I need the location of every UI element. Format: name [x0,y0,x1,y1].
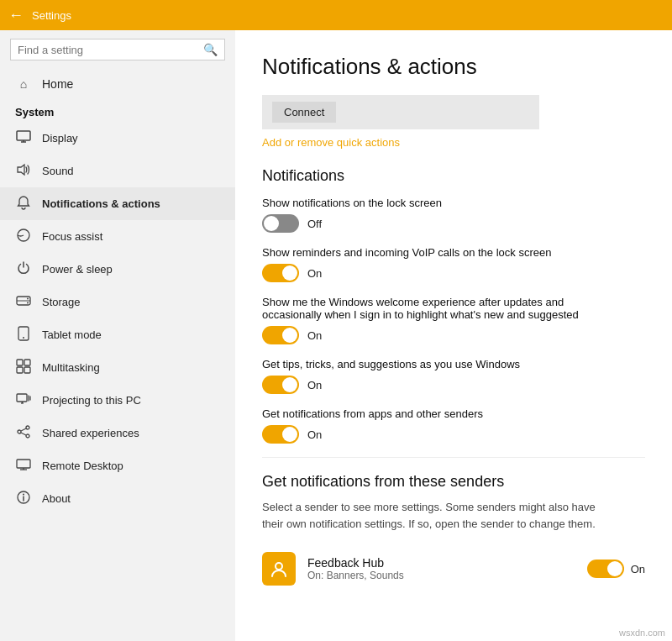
senders-description: Select a sender to see more settings. So… [262,499,615,532]
content-area: Notifications & actions Connect Add or r… [235,30,672,641]
voip-notif-state: On [307,267,322,280]
remote-label: Remote Desktop [42,460,123,472]
sidebar-item-about[interactable]: About [0,482,235,515]
lock-screen-notif-toggle[interactable] [262,214,299,233]
section-divider [262,457,645,458]
svg-rect-11 [17,360,23,365]
tips-label: Get tips, tricks, and suggestions as you… [262,358,645,370]
feedback-hub-state: On [631,563,645,575]
sidebar-item-remote[interactable]: Remote Desktop [0,449,235,482]
notifications-section-title: Notifications [262,167,645,185]
lock-screen-notif-row: Off [262,214,645,233]
svg-point-28 [23,494,24,496]
power-icon [15,260,32,278]
connect-button[interactable]: Connect [272,102,336,123]
feedback-hub-toggle[interactable] [587,560,624,578]
top-bar: ← Settings [0,0,672,30]
svg-rect-14 [24,367,30,373]
feedback-hub-icon [262,552,296,586]
home-label: Home [42,77,73,91]
tips-state: On [307,379,322,391]
storage-label: Storage [42,296,81,308]
search-input[interactable] [18,44,203,56]
welcome-exp-toggle[interactable] [262,326,299,344]
lock-screen-notif-item: Show notifications on the lock screen Of… [262,197,645,233]
sidebar-item-tablet[interactable]: Tablet mode [0,318,235,351]
about-label: About [42,492,71,505]
sidebar: 🔍 ⌂ Home System Display Sound Notifi [0,30,235,641]
power-label: Power & sleep [42,263,113,276]
projecting-icon [15,391,32,409]
apps-notif-label: Get notifications from apps and other se… [262,407,645,420]
voip-notif-item: Show reminders and incoming VoIP calls o… [262,246,645,282]
multitasking-label: Multitasking [42,361,100,374]
focus-icon [15,228,32,245]
svg-point-8 [27,302,29,304]
sidebar-item-notifications[interactable]: Notifications & actions [0,187,235,220]
apps-notif-toggle[interactable] [262,425,299,444]
about-icon [15,490,32,507]
welcome-exp-row: On [262,326,645,344]
back-button[interactable]: ← [8,7,24,24]
feedback-hub-sub: On: Banners, Sounds [307,570,575,581]
voip-notif-row: On [262,264,645,282]
top-bar-title: Settings [32,9,71,22]
voip-toggle-knob [282,265,297,281]
tips-toggle-knob [282,377,297,392]
welcome-exp-label: Show me the Windows welcome experience a… [262,296,615,321]
tips-toggle[interactable] [262,376,299,394]
projecting-label: Projecting to this PC [42,394,141,407]
sidebar-item-display[interactable]: Display [0,122,235,155]
sidebar-search-container[interactable]: 🔍 [10,39,225,60]
multitasking-icon [15,359,32,376]
lock-screen-notif-label: Show notifications on the lock screen [262,197,645,209]
welcome-exp-item: Show me the Windows welcome experience a… [262,296,645,344]
voip-notif-label: Show reminders and incoming VoIP calls o… [262,246,645,259]
display-icon [15,129,32,147]
sidebar-item-storage[interactable]: Storage [0,286,235,318]
sidebar-item-multitasking[interactable]: Multitasking [0,351,235,384]
sidebar-section-title: System [0,99,235,122]
page-title: Notifications & actions [262,54,645,80]
shared-icon [15,424,32,442]
svg-rect-0 [17,131,30,140]
svg-rect-15 [17,394,27,402]
search-icon: 🔍 [203,43,218,56]
sidebar-item-power[interactable]: Power & sleep [0,253,235,286]
sidebar-item-focus[interactable]: Focus assist [0,220,235,253]
sound-label: Sound [42,165,74,177]
notifications-label: Notifications & actions [42,197,160,210]
quick-actions-bar: Connect [262,95,539,129]
svg-rect-12 [24,360,30,365]
svg-point-20 [26,434,29,438]
feedback-hub-toggle-area: On [587,560,645,578]
welcome-toggle-knob [282,328,297,343]
sidebar-item-sound[interactable]: Sound [0,155,235,187]
storage-icon [15,293,32,311]
add-remove-link[interactable]: Add or remove quick actions [262,136,400,149]
feedback-hub-item[interactable]: Feedback Hub On: Banners, Sounds On [262,545,645,592]
feedback-hub-toggle-knob [607,561,622,576]
svg-point-18 [26,426,29,429]
tips-row: On [262,376,645,394]
remote-icon [15,457,32,475]
notifications-icon [15,195,32,213]
sound-icon [15,162,32,180]
tips-item: Get tips, tricks, and suggestions as you… [262,358,645,394]
lock-screen-toggle-knob [264,216,279,231]
main-layout: 🔍 ⌂ Home System Display Sound Notifi [0,30,672,641]
svg-line-21 [21,428,26,431]
tablet-label: Tablet mode [42,328,102,341]
welcome-exp-state: On [307,329,322,342]
apps-notif-row: On [262,425,645,444]
sidebar-item-shared[interactable]: Shared experiences [0,417,235,449]
svg-marker-3 [18,165,24,175]
home-icon: ⌂ [15,77,32,91]
svg-point-19 [18,430,21,433]
sidebar-item-projecting[interactable]: Projecting to this PC [0,384,235,417]
sidebar-item-home[interactable]: ⌂ Home [0,69,235,99]
svg-point-7 [27,298,29,300]
voip-notif-toggle[interactable] [262,264,299,282]
senders-section-title: Get notifications from these senders [262,473,645,491]
shared-label: Shared experiences [42,427,139,439]
